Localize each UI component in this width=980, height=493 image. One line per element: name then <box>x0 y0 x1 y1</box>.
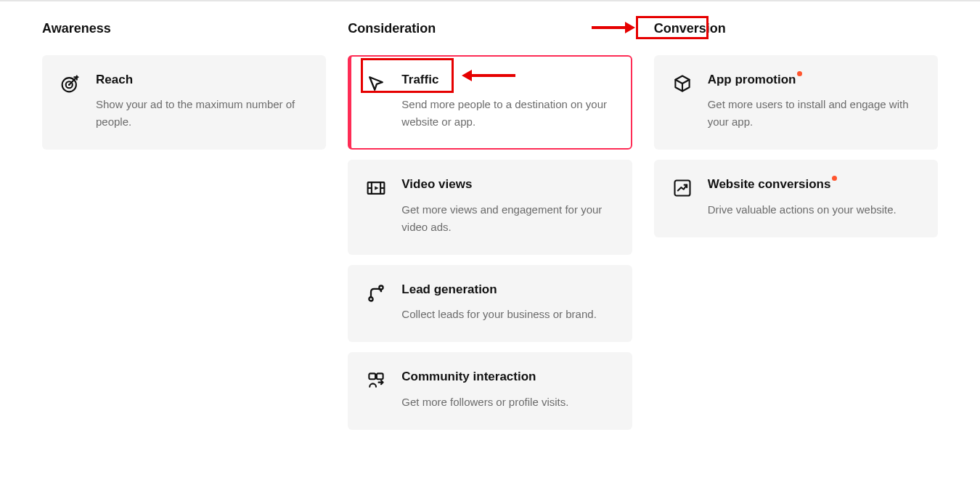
new-badge-icon <box>832 176 837 181</box>
new-badge-icon <box>797 71 802 76</box>
column-awareness: Awareness Reach Show your ad to the maxi… <box>42 17 326 440</box>
column-consideration: Consideration Traffic Send more people t… <box>348 17 632 440</box>
card-desc-site: Drive valuable actions on your website. <box>708 201 920 219</box>
card-video-views[interactable]: Video views Get more views and engagemen… <box>348 160 632 254</box>
card-desc-community: Get more followers or profile visits. <box>401 394 614 411</box>
column-header-awareness: Awareness <box>42 21 111 36</box>
card-title-reach: Reach <box>96 73 133 87</box>
card-desc-traffic: Send more people to a destination on you… <box>401 96 614 131</box>
card-community-interaction[interactable]: Community interaction Get more followers… <box>348 352 632 429</box>
card-title-app: App promotion <box>708 73 796 87</box>
community-icon <box>365 370 387 391</box>
film-play-icon <box>365 177 387 199</box>
route-icon <box>365 282 387 304</box>
card-title-traffic: Traffic <box>401 73 438 87</box>
svg-rect-10 <box>369 374 376 380</box>
card-website-conversions[interactable]: Website conversions Drive valuable actio… <box>654 160 938 237</box>
card-title-lead: Lead generation <box>401 282 497 297</box>
target-icon <box>60 73 81 94</box>
svg-rect-11 <box>377 374 383 380</box>
card-desc-lead: Collect leads for your business or brand… <box>401 306 614 323</box>
card-app-promotion[interactable]: App promotion Get more users to install … <box>654 55 938 150</box>
column-header-consideration: Consideration <box>348 21 436 36</box>
card-desc-video: Get more views and engagement for your v… <box>401 201 614 236</box>
card-reach[interactable]: Reach Show your ad to the maximum number… <box>42 55 326 150</box>
column-conversion: Conversion App promotion Get more users … <box>654 17 938 440</box>
card-desc-reach: Show your ad to the maximum number of pe… <box>96 96 309 131</box>
card-title-video: Video views <box>401 177 472 192</box>
card-lead-generation[interactable]: Lead generation Collect leads for your b… <box>348 265 632 342</box>
cursor-icon <box>365 73 387 94</box>
card-traffic[interactable]: Traffic Send more people to a destinatio… <box>348 55 632 150</box>
chart-up-icon <box>671 177 693 199</box>
cube-icon <box>671 73 693 94</box>
card-title-site: Website conversions <box>708 177 831 192</box>
card-title-community: Community interaction <box>401 370 536 384</box>
card-desc-app: Get more users to install and engage wit… <box>708 96 920 131</box>
column-header-conversion: Conversion <box>654 21 726 36</box>
